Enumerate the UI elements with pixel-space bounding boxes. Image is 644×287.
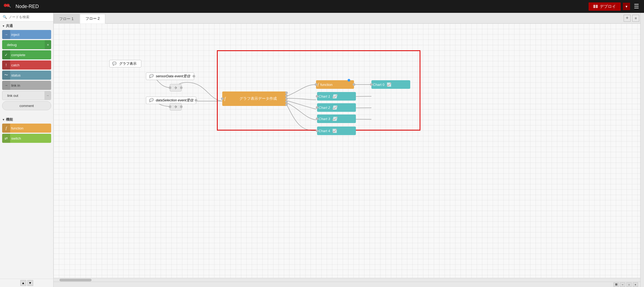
func-icon-main: f <box>224 96 225 101</box>
split-view-button[interactable]: ⊞ <box>613 282 619 287</box>
link-node-bottom[interactable]: ✈ <box>170 103 182 110</box>
tab-list-button[interactable]: ≡ <box>632 15 639 22</box>
sidebar: 🔍 ▾ 共通 → inject debug ≡ <box>0 13 54 287</box>
chart-node-4[interactable]: Chart 4 📈 <box>317 127 356 135</box>
tab-flow2[interactable]: フロー 2 <box>80 14 106 24</box>
chevron-down-icon: ▾ <box>3 24 4 28</box>
node-label-inject: inject <box>11 33 19 37</box>
tab-bar: フロー 1 フロー 2 + ≡ <box>54 13 640 24</box>
function-node[interactable]: f function <box>316 80 354 89</box>
deploy-icon <box>593 5 598 8</box>
canvas-bottom-controls: ⊞ − ○ + <box>54 282 640 287</box>
sensor-node-label: sensorData event受信 <box>156 74 190 78</box>
deploy-label: デプロイ <box>600 4 616 9</box>
node-label-link-in: link in <box>11 83 20 87</box>
sidebar-item-inject[interactable]: → inject <box>2 30 51 39</box>
right-scrollbar[interactable] <box>640 13 644 287</box>
main-func-out5 <box>285 103 288 106</box>
sidebar-item-link-in[interactable]: → link in <box>2 81 51 90</box>
section-label-function: 機能 <box>6 117 13 122</box>
sidebar-content: ▾ 共通 → inject debug ≡ ✓ complete <box>0 21 53 279</box>
node-label-comment: comment <box>5 104 48 108</box>
main-func-out4 <box>285 100 288 103</box>
zoom-in-button[interactable]: + <box>633 282 638 287</box>
sensor-port-right <box>193 75 195 78</box>
deploy-dropdown-button[interactable]: ▾ <box>623 3 630 10</box>
canvas-hscroll <box>54 278 640 282</box>
chart-icon-0: 📈 <box>387 82 391 87</box>
sidebar-scroll-controls: ▲ ▼ <box>0 279 53 287</box>
tab-flow1[interactable]: フロー 1 <box>54 14 79 24</box>
chart4-label: Chart 4 <box>319 129 330 133</box>
chart2-label: Chart 2 <box>319 106 330 110</box>
chevron-down-icon-2: ▾ <box>3 118 4 121</box>
blue-dot-indicator <box>348 79 350 82</box>
main-layout: 🔍 ▾ 共通 → inject debug ≡ <box>0 13 644 287</box>
data-selection-port-right <box>195 99 197 102</box>
hamburger-button[interactable]: ☰ <box>632 3 641 10</box>
scroll-up-button[interactable]: ▲ <box>20 280 26 286</box>
logo-icon <box>3 3 13 10</box>
node-label-complete: complete <box>11 53 25 57</box>
link-bottom-port-left <box>169 105 171 108</box>
hamburger-icon: ☰ <box>634 3 639 10</box>
function-node-label: function <box>320 83 333 87</box>
chart-node-1[interactable]: Chart 1 📈 <box>317 92 356 101</box>
sidebar-item-comment[interactable]: comment <box>2 101 51 110</box>
arrow-icon-bottom: ✈ <box>174 104 178 109</box>
main-func-out3 <box>285 97 288 100</box>
chart-icon-4: 📈 <box>332 129 337 133</box>
link-top-port-left <box>169 86 171 89</box>
chart-node-0[interactable]: Chart 0 📈 <box>371 80 410 89</box>
hscroll-thumb[interactable] <box>59 279 92 281</box>
node-label-function: function <box>11 126 24 130</box>
chart2-port-left <box>316 106 318 109</box>
wave-icon: 〜 <box>2 71 10 80</box>
section-header-common[interactable]: ▾ 共通 <box>0 21 53 29</box>
sidebar-item-debug[interactable]: debug ≡ <box>2 40 51 49</box>
app-title: Node-RED <box>16 4 39 9</box>
link-node-top[interactable]: ✈ <box>170 84 182 91</box>
search-input[interactable] <box>9 15 51 19</box>
sidebar-item-link-out[interactable]: link out → <box>2 91 51 100</box>
list-icon: ≡ <box>45 40 51 49</box>
scroll-down-button[interactable]: ▼ <box>27 280 33 286</box>
main-func-out2 <box>285 94 288 97</box>
chart-node-2[interactable]: Chart 2 📈 <box>317 103 356 112</box>
chart-icon-2: 📈 <box>332 105 337 110</box>
sensor-comment-icon: 💬 <box>149 74 153 78</box>
main-func-node[interactable]: f グラフ表示データ作成 <box>222 91 287 106</box>
function-port-right <box>353 83 355 86</box>
check-icon: ✓ <box>2 50 10 59</box>
comment-node-graph[interactable]: 💬 グラフ表示 <box>109 60 141 67</box>
chart-node-3[interactable]: Chart 3 📈 <box>317 114 356 123</box>
zoom-out-button[interactable]: − <box>620 282 625 287</box>
comment-node-label: グラフ表示 <box>119 62 137 66</box>
chart-icon-1: 📈 <box>332 94 337 98</box>
section-header-function[interactable]: ▾ 機能 <box>0 115 53 123</box>
sidebar-item-switch[interactable]: ⇄ switch <box>2 134 51 143</box>
sidebar-item-catch[interactable]: ! catch <box>2 60 51 70</box>
sensor-comment-node[interactable]: 💬 sensorData event受信 <box>146 72 194 80</box>
chart0-port-left <box>370 83 373 86</box>
node-list-function: f function ⇄ switch <box>0 123 53 143</box>
chart-icon-3: 📈 <box>332 117 337 121</box>
sidebar-item-function[interactable]: f function <box>2 124 51 133</box>
zoom-reset-button[interactable]: ○ <box>626 282 632 287</box>
sidebar-item-status[interactable]: 〜 status <box>2 71 51 80</box>
node-label-switch: switch <box>11 136 21 140</box>
deploy-button[interactable]: デプロイ <box>589 2 621 11</box>
tab-flow1-label: フロー 1 <box>59 17 74 21</box>
svg-rect-4 <box>593 5 595 8</box>
add-tab-button[interactable]: + <box>624 15 631 22</box>
sidebar-item-complete[interactable]: ✓ complete <box>2 50 51 59</box>
chart1-label: Chart 1 <box>319 94 330 98</box>
node-label-catch: catch <box>11 63 20 67</box>
node-label-link-out: link out <box>7 94 18 98</box>
connections-layer <box>54 24 640 278</box>
search-bar: 🔍 <box>0 13 53 21</box>
main-func-label: グラフ表示データ作成 <box>239 96 277 101</box>
canvas[interactable]: 💬 グラフ表示 💬 sensorData event受信 💬 dataSelec… <box>54 24 640 278</box>
main-func-port-left <box>221 97 224 100</box>
comment-icon: 💬 <box>112 62 116 66</box>
